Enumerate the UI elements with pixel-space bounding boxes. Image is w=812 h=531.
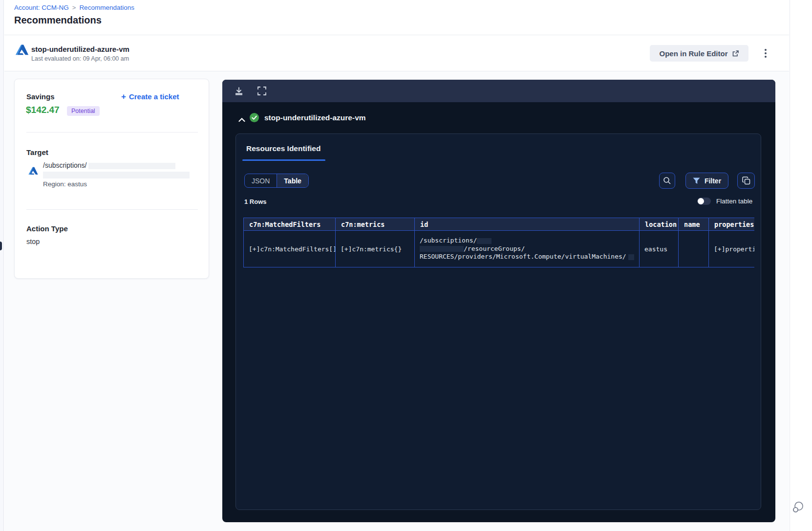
fullscreen-icon[interactable] bbox=[257, 87, 266, 95]
column-header: location bbox=[640, 218, 679, 231]
resources-table: c7n:MatchedFilters c7n:metrics id locati… bbox=[243, 218, 754, 267]
azure-icon bbox=[15, 44, 29, 58]
metrics-expander[interactable]: [+]c7n:metrics{} bbox=[336, 231, 415, 267]
rule-last-evaluated: Last evaluated on: 09 Apr, 06:00 am bbox=[31, 55, 129, 62]
copy-button[interactable] bbox=[737, 173, 755, 189]
filter-button[interactable]: Filter bbox=[685, 173, 728, 189]
flatten-table-label: Flatten table bbox=[716, 198, 752, 205]
target-heading: Target bbox=[26, 148, 48, 156]
rule-execution-panel: stop-underutilized-azure-vm Resources Id… bbox=[222, 80, 775, 522]
rule-name: stop-underutilized-azure-vm bbox=[31, 45, 129, 53]
table-row: [+]c7n:MatchedFilters[] [+]c7n:metrics{}… bbox=[244, 231, 755, 267]
divider bbox=[26, 132, 198, 133]
redacted-text bbox=[477, 238, 491, 244]
breadcrumb-separator: > bbox=[72, 4, 76, 11]
target-path: /subscriptions/ bbox=[43, 161, 175, 169]
matched-filters-expander[interactable]: [+]c7n:MatchedFilters[] bbox=[244, 231, 336, 267]
resources-table-container[interactable]: c7n:MatchedFilters c7n:metrics id locati… bbox=[243, 218, 754, 268]
azure-icon bbox=[28, 166, 39, 177]
action-type-value: stop bbox=[26, 238, 40, 245]
redacted-text bbox=[43, 172, 190, 178]
filter-icon bbox=[693, 177, 700, 184]
column-header: c7n:metrics bbox=[336, 218, 415, 231]
more-options-button[interactable] bbox=[761, 47, 770, 60]
redacted-text bbox=[628, 254, 634, 260]
resources-card: Resources Identified JSON Table Filter bbox=[235, 133, 761, 510]
flatten-table-toggle[interactable] bbox=[697, 198, 711, 205]
filter-label: Filter bbox=[705, 177, 721, 185]
success-check-icon bbox=[250, 113, 259, 122]
action-type-heading: Action Type bbox=[26, 224, 68, 233]
redacted-text bbox=[420, 246, 464, 252]
potential-badge: Potential bbox=[67, 106, 100, 116]
page: Account: CCM-NG>Recommendations Recommen… bbox=[0, 0, 812, 531]
recommendation-summary-card: Savings +Create a ticket $142.47 Potenti… bbox=[14, 79, 209, 279]
breadcrumb-current-link[interactable]: Recommendations bbox=[79, 4, 134, 11]
panel-toolbar bbox=[222, 80, 775, 102]
target-region: Region: eastus bbox=[43, 180, 87, 188]
name-cell bbox=[679, 231, 709, 267]
external-link-icon bbox=[732, 50, 739, 57]
page-title: Recommendations bbox=[14, 15, 102, 26]
breadcrumb: Account: CCM-NG>Recommendations bbox=[14, 4, 134, 11]
create-ticket-label: Create a ticket bbox=[129, 92, 179, 101]
column-header: name bbox=[679, 218, 709, 231]
divider bbox=[4, 35, 789, 35]
savings-amount: $142.47 bbox=[26, 105, 60, 115]
column-header: id bbox=[415, 218, 640, 231]
column-header: properties bbox=[709, 218, 755, 231]
left-edge-sliver bbox=[0, 242, 2, 250]
properties-expander[interactable]: [+]properties bbox=[709, 231, 755, 267]
flatten-table-control: Flatten table bbox=[697, 198, 752, 205]
id-cell: /subscriptions/ /resourceGroups/ RESOURC… bbox=[415, 231, 640, 267]
view-toggle-json[interactable]: JSON bbox=[245, 174, 277, 187]
breadcrumb-account-link[interactable]: Account: CCM-NG bbox=[14, 4, 69, 11]
search-icon bbox=[663, 177, 671, 185]
rows-count: 1 Rows bbox=[244, 198, 267, 205]
collapse-chevron-up-icon[interactable] bbox=[238, 118, 245, 122]
open-in-rule-editor-label: Open in Rule Editor bbox=[659, 49, 727, 58]
copy-icon bbox=[742, 177, 750, 185]
right-rail bbox=[790, 0, 812, 531]
download-icon[interactable] bbox=[234, 86, 244, 96]
table-header-row: c7n:MatchedFilters c7n:metrics id locati… bbox=[244, 218, 755, 231]
active-tab-underline bbox=[242, 159, 325, 161]
savings-heading: Savings bbox=[26, 92, 55, 101]
left-rail bbox=[0, 0, 4, 531]
chat-help-icon[interactable] bbox=[791, 500, 805, 514]
location-cell: eastus bbox=[640, 231, 679, 267]
divider bbox=[26, 209, 198, 210]
divider bbox=[4, 71, 789, 71]
plus-icon: + bbox=[121, 92, 126, 101]
tab-resources-identified[interactable]: Resources Identified bbox=[246, 144, 321, 153]
panel-rule-title: stop-underutilized-azure-vm bbox=[264, 113, 366, 122]
view-toggle: JSON Table bbox=[244, 174, 309, 188]
open-in-rule-editor-button[interactable]: Open in Rule Editor bbox=[650, 45, 748, 62]
column-header: c7n:MatchedFilters bbox=[244, 218, 336, 231]
redacted-text bbox=[88, 163, 175, 169]
view-toggle-table[interactable]: Table bbox=[277, 174, 308, 187]
create-ticket-button[interactable]: +Create a ticket bbox=[121, 92, 179, 102]
search-button[interactable] bbox=[659, 173, 675, 189]
